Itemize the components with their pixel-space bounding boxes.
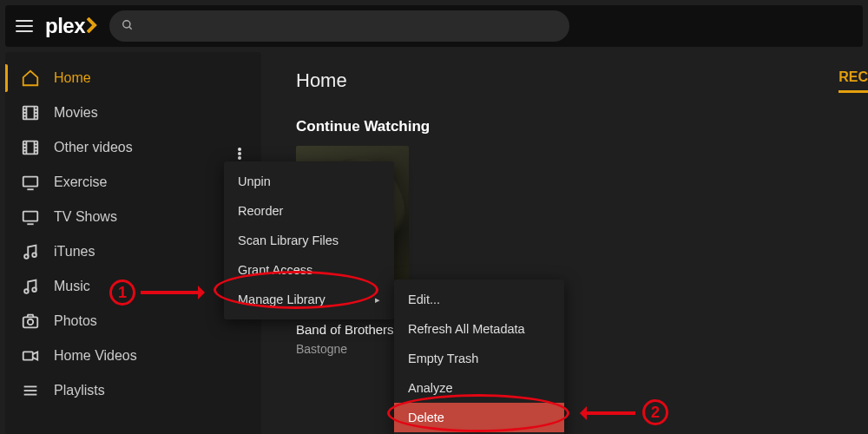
- sidebar-item-label: TV Shows: [54, 209, 117, 225]
- sidebar-item-label: Exercise: [54, 174, 107, 190]
- sidebar-item-playlists[interactable]: Playlists: [5, 373, 261, 408]
- ctx-item-scan-library[interactable]: Scan Library Files: [224, 226, 394, 255]
- page-title: Home: [296, 69, 868, 92]
- svg-rect-22: [23, 212, 38, 221]
- sidebar-item-home[interactable]: Home: [5, 61, 261, 95]
- music-note-icon: [21, 242, 40, 261]
- film-icon: [21, 103, 40, 122]
- svg-point-29: [28, 319, 33, 325]
- sidebar-item-label: Photos: [54, 313, 97, 329]
- ctx-item-unpin[interactable]: Unpin: [224, 167, 394, 196]
- ctx-item-delete[interactable]: Delete: [394, 403, 564, 432]
- tile-subtitle: Bastogne: [296, 342, 409, 356]
- sidebar-item-home-videos[interactable]: Home Videos: [5, 339, 261, 373]
- section-title: Continue Watching: [296, 118, 868, 135]
- sidebar-item-label: Home: [54, 70, 91, 86]
- svg-point-25: [32, 253, 36, 257]
- ctx-item-manage-library[interactable]: Manage Library: [224, 285, 394, 314]
- logo-text: plex: [45, 14, 85, 38]
- sidebar-item-label: Home Videos: [54, 348, 137, 364]
- ctx-item-grant-access[interactable]: Grant Access: [224, 255, 394, 285]
- ctx-item-label: Grant Access: [238, 263, 312, 277]
- svg-point-27: [32, 287, 36, 292]
- ctx-item-label: Scan Library Files: [238, 233, 339, 247]
- video-camera-icon: [21, 346, 40, 365]
- sidebar-item-label: iTunes: [54, 244, 95, 260]
- menu-toggle-button[interactable]: [14, 16, 35, 36]
- svg-rect-20: [23, 177, 38, 187]
- context-menu-library: Unpin Reorder Scan Library Files Grant A…: [224, 161, 394, 319]
- sidebar-item-label: Music: [54, 279, 90, 294]
- ctx-item-label: Unpin: [238, 174, 271, 188]
- context-submenu-manage-library: Edit... Refresh All Metadata Empty Trash…: [394, 279, 564, 434]
- sidebar-item-itunes[interactable]: iTunes: [5, 234, 261, 269]
- svg-point-26: [24, 289, 29, 293]
- ctx-item-label: Refresh All Metadata: [408, 322, 525, 336]
- svg-rect-30: [23, 352, 33, 359]
- app-logo[interactable]: plex: [45, 14, 99, 38]
- ctx-item-analyze[interactable]: Analyze: [394, 373, 564, 403]
- logo-chevron-icon: [87, 14, 99, 38]
- svg-line-1: [129, 26, 132, 29]
- tab-recommended[interactable]: REC: [838, 69, 868, 93]
- sidebar-item-label: Movies: [54, 105, 98, 121]
- sidebar-item-movies[interactable]: Movies: [5, 95, 261, 130]
- camera-icon: [21, 312, 40, 331]
- sidebar-item-tvshows[interactable]: TV Shows: [5, 200, 261, 234]
- sidebar-item-other-videos[interactable]: Other videos: [5, 130, 261, 165]
- sidebar-item-exercise[interactable]: Exercise: [5, 165, 261, 200]
- search-icon: [122, 19, 134, 34]
- ctx-item-label: Manage Library: [238, 293, 326, 306]
- ctx-item-edit[interactable]: Edit...: [394, 285, 564, 314]
- svg-point-0: [123, 20, 130, 27]
- monitor-icon: [21, 173, 40, 192]
- search-input[interactable]: [109, 10, 569, 42]
- monitor-icon: [21, 207, 40, 227]
- ctx-item-label: Empty Trash: [408, 352, 478, 365]
- svg-point-24: [24, 254, 29, 259]
- ctx-item-label: Reorder: [238, 204, 283, 218]
- sidebar: Home Movies Other videos Exercise TV Sho…: [5, 52, 261, 434]
- ctx-item-label: Analyze: [408, 381, 453, 395]
- ctx-item-label: Delete: [408, 411, 444, 424]
- music-note-icon: [21, 277, 40, 296]
- ctx-item-empty-trash[interactable]: Empty Trash: [394, 344, 564, 373]
- home-icon: [21, 69, 40, 88]
- top-bar: plex: [5, 5, 863, 47]
- tile-title: Band of Brothers: [296, 322, 409, 337]
- sidebar-item-more-button[interactable]: [232, 146, 247, 161]
- ctx-item-reorder[interactable]: Reorder: [224, 196, 394, 226]
- list-icon: [21, 381, 40, 400]
- film-icon: [21, 138, 40, 157]
- sidebar-item-photos[interactable]: Photos: [5, 304, 261, 339]
- ctx-item-label: Edit...: [408, 293, 440, 306]
- sidebar-item-music[interactable]: Music: [5, 269, 261, 304]
- sidebar-item-label: Playlists: [54, 383, 105, 398]
- sidebar-item-label: Other videos: [54, 140, 133, 155]
- ctx-item-refresh-metadata[interactable]: Refresh All Metadata: [394, 314, 564, 344]
